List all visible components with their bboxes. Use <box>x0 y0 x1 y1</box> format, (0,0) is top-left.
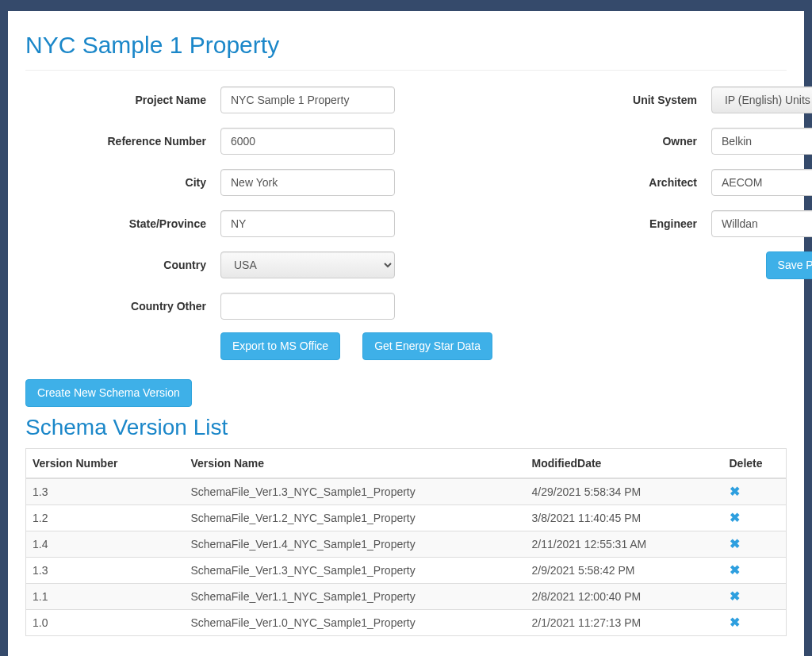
project-name-input[interactable] <box>220 86 395 113</box>
col-version-number: Version Number <box>26 448 185 478</box>
save-project-inputs-button[interactable]: Save Project Inputs <box>766 251 812 279</box>
cell-version-number: 1.3 <box>26 478 185 505</box>
cell-version-name: SchemaFile_Ver1.1_NYC_Sample1_Property <box>185 583 526 609</box>
table-row: 1.4SchemaFile_Ver1.4_NYC_Sample1_Propert… <box>26 531 787 557</box>
owner-input[interactable] <box>711 128 812 155</box>
cell-version-name: SchemaFile_Ver1.0_NYC_Sample1_Property <box>185 609 526 635</box>
cell-delete: ✖ <box>723 531 787 557</box>
cell-delete: ✖ <box>723 478 787 505</box>
cell-version-number: 1.1 <box>26 583 185 609</box>
cell-version-number: 1.4 <box>26 531 185 557</box>
delete-icon[interactable]: ✖ <box>730 512 740 524</box>
energy-star-button[interactable]: Get Energy Star Data <box>362 332 492 360</box>
cell-modified-date: 4/29/2021 5:58:34 PM <box>526 478 723 505</box>
label-state: State/Province <box>25 217 220 230</box>
cell-delete: ✖ <box>723 557 787 583</box>
cell-delete: ✖ <box>723 504 787 531</box>
delete-icon[interactable]: ✖ <box>730 590 740 603</box>
page-title: NYC Sample 1 Property <box>25 32 787 59</box>
table-row: 1.0SchemaFile_Ver1.0_NYC_Sample1_Propert… <box>26 609 787 635</box>
cell-version-number: 1.3 <box>26 557 185 583</box>
export-button[interactable]: Export to MS Office <box>220 332 340 360</box>
label-unit-system: Unit System <box>516 94 711 106</box>
schema-version-table: Version Number Version Name ModifiedDate… <box>25 448 787 636</box>
delete-icon[interactable]: ✖ <box>730 616 740 629</box>
cell-delete: ✖ <box>723 609 787 635</box>
cell-delete: ✖ <box>723 583 787 609</box>
country-other-input[interactable] <box>220 293 395 320</box>
footer-copyright: Copyright ©2021 Carmel Software Corporat… <box>8 643 804 656</box>
col-modified-date: ModifiedDate <box>526 448 723 478</box>
unit-system-select[interactable]: IP (English) Units <box>711 86 812 113</box>
delete-icon[interactable]: ✖ <box>730 564 740 577</box>
cell-version-name: SchemaFile_Ver1.4_NYC_Sample1_Property <box>185 531 526 557</box>
label-architect: Architect <box>516 176 711 189</box>
label-reference-number: Reference Number <box>25 135 220 148</box>
delete-icon[interactable]: ✖ <box>730 538 740 551</box>
cell-modified-date: 2/1/2021 11:27:13 PM <box>526 609 723 635</box>
country-select[interactable]: USA <box>220 251 395 278</box>
delete-icon[interactable]: ✖ <box>730 485 740 498</box>
cell-modified-date: 2/8/2021 12:00:40 PM <box>526 583 723 609</box>
col-version-name: Version Name <box>185 448 526 478</box>
cell-modified-date: 2/9/2021 5:58:42 PM <box>526 557 723 583</box>
cell-version-number: 1.2 <box>26 504 185 531</box>
form-column-right: Unit System IP (English) Units Owner Arc… <box>516 86 812 370</box>
table-row: 1.2SchemaFile_Ver1.2_NYC_Sample1_Propert… <box>26 504 787 531</box>
cell-modified-date: 2/11/2021 12:55:31 AM <box>526 531 723 557</box>
table-row: 1.3SchemaFile_Ver1.3_NYC_Sample1_Propert… <box>26 557 787 583</box>
label-project-name: Project Name <box>25 94 220 106</box>
architect-input[interactable] <box>711 169 812 196</box>
label-country: Country <box>25 259 220 271</box>
label-city: City <box>25 176 220 189</box>
project-form: Project Name Reference Number City State… <box>25 86 787 370</box>
state-input[interactable] <box>220 210 395 237</box>
cell-version-name: SchemaFile_Ver1.2_NYC_Sample1_Property <box>185 504 526 531</box>
table-row: 1.1SchemaFile_Ver1.1_NYC_Sample1_Propert… <box>26 583 787 609</box>
table-row: 1.3SchemaFile_Ver1.3_NYC_Sample1_Propert… <box>26 478 787 505</box>
label-country-other: Country Other <box>25 300 220 313</box>
cell-version-name: SchemaFile_Ver1.3_NYC_Sample1_Property <box>185 557 526 583</box>
cell-version-name: SchemaFile_Ver1.3_NYC_Sample1_Property <box>185 478 526 505</box>
schema-list-title: Schema Version List <box>25 415 787 440</box>
city-input[interactable] <box>220 169 395 196</box>
reference-number-input[interactable] <box>220 128 395 155</box>
create-schema-version-button[interactable]: Create New Schema Version <box>25 379 192 407</box>
divider <box>25 70 787 71</box>
label-owner: Owner <box>516 135 711 148</box>
engineer-input[interactable] <box>711 210 812 237</box>
label-engineer: Engineer <box>516 217 711 230</box>
cell-modified-date: 3/8/2021 11:40:45 PM <box>526 504 723 531</box>
form-column-left: Project Name Reference Number City State… <box>25 86 492 370</box>
col-delete: Delete <box>723 448 787 478</box>
cell-version-number: 1.0 <box>26 609 185 635</box>
